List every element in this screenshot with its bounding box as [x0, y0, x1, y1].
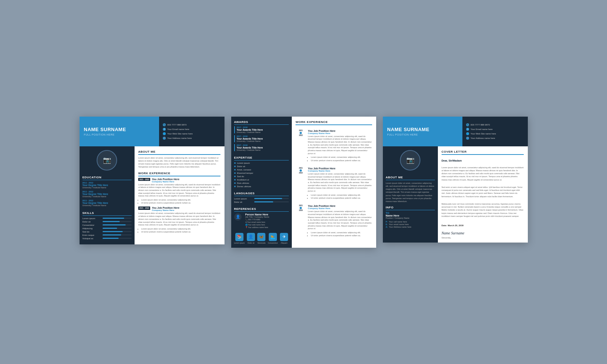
cover-body3: Malesuada nunc vel risus commodo viverra… [442, 202, 524, 218]
to-position: Position / Company Name [386, 217, 435, 219]
resume1-main: ABOUT ME Lorem ipsum dolor sit amet, con… [135, 146, 225, 244]
bullet-0-0: Lorem ipsum dolor sit amet, consectetur … [141, 198, 221, 201]
about-title: ABOUT ME [138, 150, 221, 155]
interest-0: 📚 Lorem ipsum [234, 233, 245, 244]
timeline-0: 2021 2022 You Job Position Here Company … [296, 130, 372, 162]
education-title: EDUCATION [83, 176, 132, 180]
contact-phone: 📞 000 7777 888 9870 [163, 123, 221, 126]
work-entry-1: 2021 - 2022 You Job Position Here Compan… [138, 207, 221, 233]
skills-section: SKILLS Lorem ipsum Dolor sit Consectetur [83, 211, 132, 241]
resume3-photo: 📷 [400, 150, 420, 170]
skill-2: Consectetur [83, 224, 132, 226]
resume-card-2: AWARDS 2017 - 2018 Your Awards Title Her… [231, 117, 376, 248]
awards-title: AWARDS [234, 120, 289, 125]
work2-title: WORK EXPERIENCE [296, 120, 372, 125]
contact-address: 📍 Your Address name here [163, 137, 221, 140]
r3-contact-web: 🌐 Your Web Site name here [466, 132, 524, 135]
bullet-1-0: Lorem ipsum dolor sit amet, consectetur … [141, 227, 221, 230]
awards-section: AWARDS 2017 - 2018 Your Awards Title Her… [234, 120, 289, 153]
bullet-1-1: Ut tortor pretium viverra suspendisse po… [141, 230, 221, 233]
contact-web: 🌐 Your Web Site name here [163, 132, 221, 135]
web-icon: 🌐 [163, 132, 166, 135]
phone-icon: 📞 [163, 123, 166, 126]
r3-contact-phone: 📞 000 7777 888 9870 [466, 123, 524, 126]
exp-4: Sed do [234, 175, 289, 178]
expertise-title: EXPERTISE [234, 156, 289, 160]
interest-4: ✈ Aliquam [280, 233, 288, 244]
resume1-header: NAME SURNAME FULL POSITION HERE 📞 000 77… [80, 117, 225, 146]
r3-address-icon: 📍 [466, 137, 469, 140]
cover-body2: Sed enim ut sem viverra aliquet eget sit… [442, 186, 524, 198]
work-entry-0: 2021 - 2022 You Job Position Here Compan… [138, 178, 221, 205]
interest-2: 🦋 Venenatis [257, 233, 265, 244]
languages-section: LANGUAGES Lorem ipsum Dolor sit [234, 192, 289, 204]
skills-title: SKILLS [83, 211, 132, 216]
swim-icon: 🏊 [269, 233, 277, 241]
resume3-body: 📷 ABOUT ME Lorem ipsum dolor sit amet, c… [383, 146, 528, 243]
cover-body1: Lorem ipsum dolor sit amet, consectetur … [442, 166, 524, 181]
resume3-header-left: NAME SURNAME FULL POSITION HERE [383, 117, 463, 146]
r3-contact-address: 📍 Your Address name here [466, 137, 524, 140]
interest-3: 🏊 Consectetur [268, 233, 278, 244]
resume-card-1: NAME SURNAME FULL POSITION HERE 📞 000 77… [80, 117, 225, 244]
to-name: Name Here [386, 214, 435, 217]
edu-entry-2: 2011 - 2012 Your Degree Title Here Unive… [83, 199, 132, 207]
resume3-header: NAME SURNAME FULL POSITION HERE 📞 000 77… [383, 117, 528, 146]
about-text: Lorem ipsum dolor sit amet, consectetur … [138, 156, 221, 169]
resume1-body: 📷 EDUCATION 2011 - 2012 Your Degree Titl… [80, 146, 225, 244]
award-1: 2017 - 2018 Your Awards Title Here Unive… [234, 135, 289, 142]
r3-phone-icon: 📞 [466, 123, 469, 126]
book-icon: 📚 [235, 233, 243, 241]
r3-web-icon: 🌐 [466, 132, 469, 135]
sincerely: Sincerely, [442, 237, 524, 239]
award-0: 2017 - 2018 Your Awards Title Here Unive… [234, 126, 289, 133]
resume2-sidebar: AWARDS 2017 - 2018 Your Awards Title Her… [231, 117, 292, 248]
resume1-position: FULL POSITION HERE [84, 133, 155, 136]
person-icon: 👤 [247, 233, 255, 241]
references-section: REFERENCES 👤 Person Name Here Job Title … [234, 207, 289, 228]
r3-about-title: ABOUT ME [386, 176, 435, 180]
bullet-0-1: Ut tortor pretium viverra suspendisse po… [141, 201, 221, 204]
to-label: TO [386, 212, 435, 214]
butterfly-icon: 🦋 [257, 233, 265, 241]
resume1-header-left: NAME SURNAME FULL POSITION HERE [80, 117, 159, 146]
timeline-1: 2021 2022 You Job Position Here Company … [296, 167, 372, 199]
exp-5: Incididunt ut [234, 179, 289, 181]
work-title: WORK EXPERIENCE [138, 172, 221, 176]
work-year-0: 2021 - 2022 [138, 178, 151, 181]
skill-1: Dolor sit [83, 221, 132, 223]
work-year-1: 2021 - 2022 [138, 207, 151, 210]
edu-entry-0: 2011 - 2012 Your Degree Title Here Unive… [83, 182, 132, 189]
resume3-contacts: 📞 000 7777 888 9870 ✉ Your Email name he… [462, 117, 528, 146]
ref-title: REFERENCES [234, 207, 289, 212]
resume1-name: NAME SURNAME [84, 127, 155, 133]
skill-6: Volutpat ac [83, 237, 132, 240]
ref-avatar: 👤 [234, 213, 242, 221]
info-title: INFO [386, 206, 435, 210]
about-section: ABOUT ME Lorem ipsum dolor sit amet, con… [138, 150, 221, 169]
exp-6: Duis ultrices [234, 182, 289, 184]
exp-7: Donec ultrices [234, 185, 289, 188]
exp-2: Amet, consect [234, 169, 289, 171]
page-container: NAME SURNAME FULL POSITION HERE 📞 000 77… [65, 94, 543, 270]
r3-about-text: Lorem ipsum dolor sit amet, consectetur … [386, 182, 435, 203]
exp-1: Dolor sit [234, 165, 289, 168]
email-icon: ✉ [163, 128, 166, 131]
expertise-section: EXPERTISE Lorem ipsum Dolor sit Amet, co… [234, 156, 289, 189]
lang-1: Dolor sit [234, 201, 289, 203]
cover-main: COVER LETTER Dear, Sir/Madam Lorem ipsum… [438, 146, 528, 243]
resume3-sidebar: 📷 ABOUT ME Lorem ipsum dolor sit amet, c… [383, 146, 438, 243]
skill-3: Adipiscing [83, 227, 132, 230]
r3-contact-email: ✉ Your Email name here [466, 128, 524, 131]
resume2-main: WORK EXPERIENCE 2021 2022 You Job Positi… [292, 117, 376, 248]
exp-0: Lorem ipsum [234, 162, 289, 164]
contact-email: ✉ Your Email name here [163, 128, 221, 131]
salutation: Dear, Sir/Madam [442, 159, 524, 162]
resume1-sidebar: 📷 EDUCATION 2011 - 2012 Your Degree Titl… [80, 146, 135, 244]
skill-0: Lorem ipsum [83, 217, 132, 220]
interests-section: 📚 Lorem ipsum 👤 Dolor sit 🦋 Venenatis 🏊 … [234, 231, 289, 244]
work-section: WORK EXPERIENCE 2021 - 2022 You Job Posi… [138, 172, 221, 236]
skill-5: Enim neque [83, 234, 132, 236]
lang-0: Lorem ipsum [234, 198, 289, 200]
resume1-photo: 📷 [97, 150, 117, 170]
